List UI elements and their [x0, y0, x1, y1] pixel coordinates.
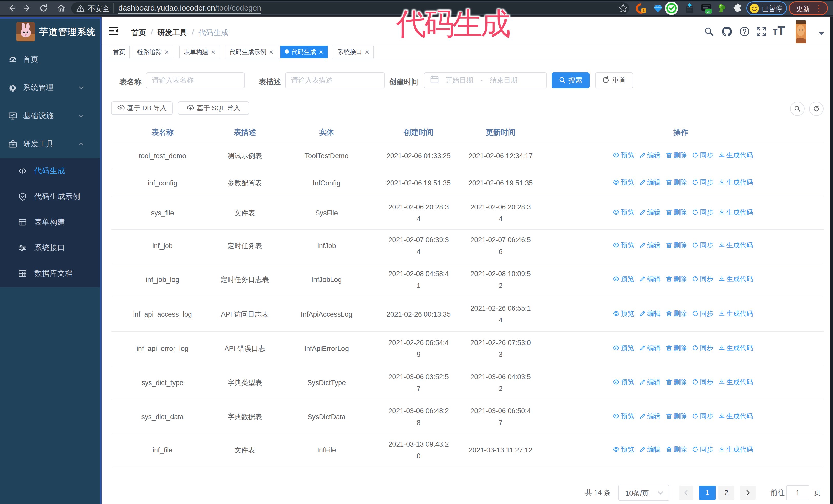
svg-text:1: 1: [643, 8, 645, 13]
svg-text:on: on: [707, 10, 711, 13]
